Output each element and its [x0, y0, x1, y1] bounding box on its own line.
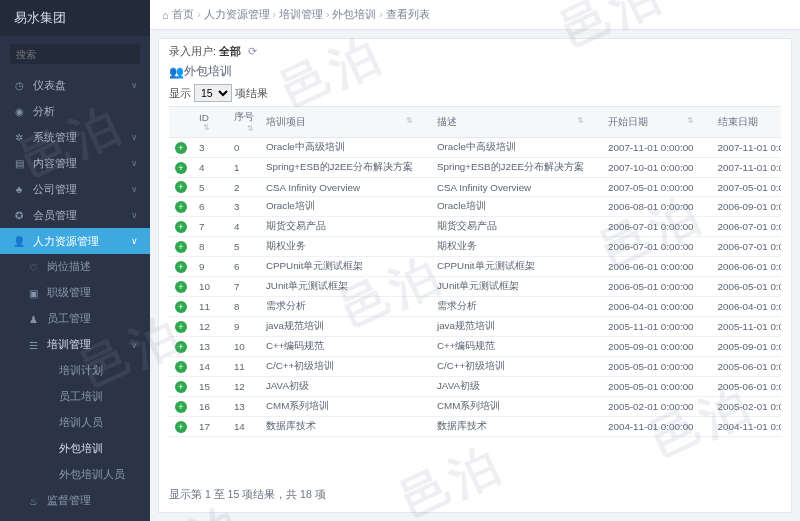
- cell-seq: 10: [228, 337, 260, 357]
- expand-icon[interactable]: +: [175, 241, 187, 253]
- breadcrumb-item[interactable]: 查看列表: [386, 8, 430, 20]
- expand-icon[interactable]: +: [175, 221, 187, 233]
- cell-end: 2006-07-01 0:00:00: [712, 217, 781, 237]
- section-title: 👥 外包培训: [169, 63, 781, 80]
- nav-item[interactable]: ▣职级管理: [0, 280, 150, 306]
- nav-label: 外包培训人员: [59, 468, 125, 482]
- cell-desc: Oracle中高级培训: [431, 138, 590, 158]
- expand-icon[interactable]: +: [175, 401, 187, 413]
- table-row[interactable]: + 10 7 JUnit单元测试框架 JUnit单元测试框架 2006-05-0…: [169, 277, 781, 297]
- column-header[interactable]: [169, 107, 193, 138]
- cell-start: 2007-05-01 0:00:00: [602, 178, 700, 197]
- nav-item[interactable]: ◷仪表盘∨: [0, 72, 150, 98]
- cell-name: C++编码规范: [260, 337, 419, 357]
- table-row[interactable]: + 11 8 需求分析 需求分析 2006-04-01 0:00:00 2006…: [169, 297, 781, 317]
- breadcrumb-item[interactable]: 培训管理: [279, 8, 323, 20]
- table-row[interactable]: + 16 13 CMM系列培训 CMM系列培训 2005-02-01 0:00:…: [169, 397, 781, 417]
- column-header[interactable]: [590, 107, 602, 138]
- table-row[interactable]: + 13 10 C++编码规范 C++编码规范 2005-09-01 0:00:…: [169, 337, 781, 357]
- nav-item[interactable]: ♟员工管理: [0, 306, 150, 332]
- cell-desc: java规范培训: [431, 317, 590, 337]
- nav-item[interactable]: ☰培训管理∨: [0, 332, 150, 358]
- table-row[interactable]: + 8 5 期权业务 期权业务 2006-07-01 0:00:00 2006-…: [169, 237, 781, 257]
- expand-icon[interactable]: +: [175, 261, 187, 273]
- table-row[interactable]: + 3 0 Oracle中高级培训 Oracle中高级培训 2007-11-01…: [169, 138, 781, 158]
- nav-item[interactable]: 外包培训: [0, 436, 150, 462]
- sidebar: 易水集团 ◷仪表盘∨◉分析✲系统管理∨▤内容管理∨♣公司管理∨✪会员管理∨👤人力…: [0, 0, 150, 521]
- nav-item[interactable]: 培训计划: [0, 358, 150, 384]
- cell-id: 5: [193, 178, 216, 197]
- nav-item[interactable]: 培训人员: [0, 410, 150, 436]
- nav-icon: ♟: [26, 314, 40, 325]
- table-row[interactable]: + 12 9 java规范培训 java规范培训 2005-11-01 0:00…: [169, 317, 781, 337]
- table-row[interactable]: + 5 2 CSA Infinity Overview CSA Infinity…: [169, 178, 781, 197]
- cell-name: CPPUnit单元测试框架: [260, 257, 419, 277]
- refresh-icon[interactable]: ⟳: [248, 45, 257, 57]
- nav-item[interactable]: ⚙绩效管理: [0, 514, 150, 521]
- nav-item[interactable]: ✪会员管理∨: [0, 202, 150, 228]
- nav-item[interactable]: 👤人力资源管理∨: [0, 228, 150, 254]
- expand-icon[interactable]: +: [175, 162, 187, 174]
- sort-icon[interactable]: ⇅: [247, 124, 254, 133]
- cell-seq: 7: [228, 277, 260, 297]
- expand-icon[interactable]: +: [175, 142, 187, 154]
- expand-icon[interactable]: +: [175, 201, 187, 213]
- column-header[interactable]: 结束日期⇅: [712, 107, 781, 138]
- cell-end: 2006-06-01 0:00:00: [712, 257, 781, 277]
- cell-name: java规范培训: [260, 317, 419, 337]
- breadcrumb-item[interactable]: 人力资源管理: [204, 8, 270, 20]
- column-header[interactable]: 开始日期⇅: [602, 107, 700, 138]
- cell-desc: 数据库技术: [431, 417, 590, 437]
- nav-item[interactable]: 员工培训: [0, 384, 150, 410]
- column-header[interactable]: [216, 107, 228, 138]
- column-header[interactable]: ID⇅: [193, 107, 216, 138]
- page-size-select[interactable]: 15: [194, 84, 232, 102]
- column-header[interactable]: 描述⇅: [431, 107, 590, 138]
- sort-icon[interactable]: ⇅: [577, 116, 584, 125]
- nav-icon: ▣: [26, 288, 40, 299]
- expand-icon[interactable]: +: [175, 321, 187, 333]
- cell-name: 期权业务: [260, 237, 419, 257]
- nav-item[interactable]: ♣公司管理∨: [0, 176, 150, 202]
- column-header[interactable]: [700, 107, 712, 138]
- cell-end: 2007-11-01 0:00:00: [712, 138, 781, 158]
- cell-seq: 5: [228, 237, 260, 257]
- cell-start: 2006-07-01 0:00:00: [602, 217, 700, 237]
- chevron-down-icon: ∨: [131, 236, 138, 246]
- breadcrumb-item[interactable]: 外包培训: [332, 8, 376, 20]
- column-header[interactable]: 培训项目⇅: [260, 107, 419, 138]
- nav-icon: ✲: [12, 132, 26, 143]
- sort-icon[interactable]: ⇅: [406, 116, 413, 125]
- expand-icon[interactable]: +: [175, 181, 187, 193]
- table-row[interactable]: + 4 1 Spring+ESB的J2EE分布解决方案 Spring+ESB的J…: [169, 158, 781, 178]
- nav-item[interactable]: ▤内容管理∨: [0, 150, 150, 176]
- home-icon[interactable]: ⌂: [162, 9, 168, 21]
- breadcrumb-item[interactable]: 首页: [172, 8, 194, 20]
- expand-icon[interactable]: +: [175, 421, 187, 433]
- expand-icon[interactable]: +: [175, 281, 187, 293]
- nav-item[interactable]: ✲系统管理∨: [0, 124, 150, 150]
- nav-item[interactable]: ♡岗位描述: [0, 254, 150, 280]
- table-row[interactable]: + 17 14 数据库技术 数据库技术 2004-11-01 0:00:00 2…: [169, 417, 781, 437]
- table-row[interactable]: + 15 12 JAVA初级 JAVA初级 2005-05-01 0:00:00…: [169, 377, 781, 397]
- nav-item[interactable]: ◉分析: [0, 98, 150, 124]
- table-row[interactable]: + 14 11 C/C++初级培训 C/C++初级培训 2005-05-01 0…: [169, 357, 781, 377]
- sort-icon[interactable]: ⇅: [687, 116, 694, 125]
- cell-end: 2006-09-01 0:00:00: [712, 197, 781, 217]
- expand-icon[interactable]: +: [175, 341, 187, 353]
- cell-id: 7: [193, 217, 216, 237]
- filter-value[interactable]: 全部: [219, 45, 241, 57]
- table-row[interactable]: + 6 3 Oracle培训 Oracle培训 2006-08-01 0:00:…: [169, 197, 781, 217]
- expand-icon[interactable]: +: [175, 381, 187, 393]
- expand-icon[interactable]: +: [175, 301, 187, 313]
- sort-icon[interactable]: ⇅: [203, 123, 210, 132]
- column-header[interactable]: 序号⇅: [228, 107, 260, 138]
- table-row[interactable]: + 7 4 期货交易产品 期货交易产品 2006-07-01 0:00:00 2…: [169, 217, 781, 237]
- table-row[interactable]: + 9 6 CPPUnit单元测试框架 CPPUnit单元测试框架 2006-0…: [169, 257, 781, 277]
- nav-item[interactable]: ♨监督管理: [0, 488, 150, 514]
- search-input[interactable]: [10, 44, 140, 64]
- column-header[interactable]: [419, 107, 431, 138]
- nav-item[interactable]: 外包培训人员: [0, 462, 150, 488]
- expand-icon[interactable]: +: [175, 361, 187, 373]
- cell-desc: Spring+ESB的J2EE分布解决方案: [431, 158, 590, 178]
